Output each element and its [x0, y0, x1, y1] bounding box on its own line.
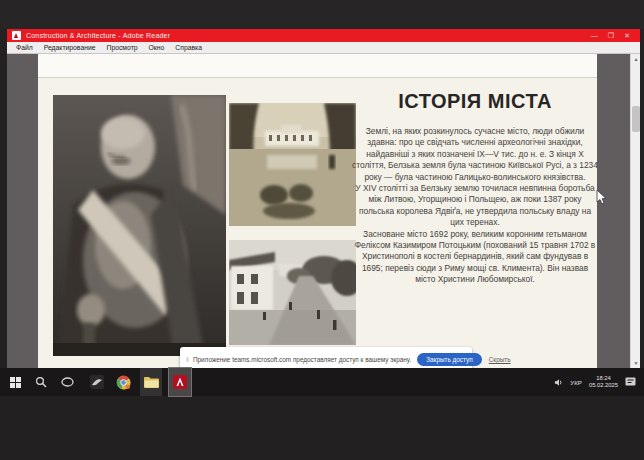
chrome-button[interactable] [112, 368, 134, 396]
drag-handle-icon[interactable]: ‖ [186, 356, 189, 363]
volume-icon[interactable] [554, 378, 563, 387]
menu-help[interactable]: Справка [175, 44, 202, 51]
scroll-down-arrow-icon[interactable]: ▼ [631, 358, 641, 368]
close-button[interactable]: ✕ [624, 29, 630, 42]
notification-message: Приложение teams.microsoft.com предостав… [193, 356, 411, 363]
clock-date: 05.02.2025 [589, 382, 618, 389]
clock[interactable]: 18:24 05.02.2025 [589, 375, 618, 389]
system-tray: УКР 18:24 05.02.2025 [554, 375, 644, 389]
windows-logo-icon [10, 377, 21, 388]
adobe-reader-icon [12, 31, 21, 40]
palace-reflection-photo [229, 103, 356, 226]
file-explorer-button[interactable] [140, 368, 162, 396]
action-center-icon[interactable] [625, 377, 636, 387]
street-scene-photo [229, 240, 356, 345]
stop-sharing-button[interactable]: Закрыть доступ [417, 353, 482, 366]
search-icon [35, 376, 47, 388]
start-button[interactable] [4, 368, 26, 396]
portrait-painting [53, 95, 226, 356]
letterbox-bottom [0, 396, 644, 460]
app-icon [90, 375, 104, 389]
task-view-button[interactable] [56, 368, 78, 396]
clock-time: 18:24 [589, 375, 618, 382]
adobe-reader-taskbar-button[interactable] [169, 368, 191, 396]
slide-paragraph-2: У XIV столітті за Белзьку землю точилася… [352, 183, 598, 229]
window-title: Construction & Architecture - Adobe Read… [26, 32, 170, 39]
vertical-scrollbar[interactable]: ▲ ▼ [630, 54, 640, 368]
slide-body-text: Землі, на яких розкинулось сучасне місто… [352, 126, 598, 286]
language-indicator[interactable]: УКР [570, 379, 582, 386]
slide-paragraph-3: Засноване місто 1692 року, великим корон… [352, 229, 598, 286]
slide-paragraph-1: Землі, на яких розкинулось сучасне місто… [352, 126, 598, 183]
slide-title: ІСТОРІЯ МІСТА [355, 90, 595, 113]
menu-view[interactable]: Просмотр [107, 44, 138, 51]
letterbox-top [0, 0, 644, 29]
menu-edit[interactable]: Редактирование [44, 44, 96, 51]
chrome-icon [116, 375, 131, 390]
minimize-button[interactable]: — [591, 29, 598, 42]
menu-window[interactable]: Окно [149, 44, 165, 51]
scrollbar-thumb[interactable] [632, 106, 640, 132]
window-titlebar: Construction & Architecture - Adobe Read… [7, 29, 640, 42]
taskbar: УКР 18:24 05.02.2025 [0, 368, 644, 396]
mouse-cursor [596, 190, 607, 209]
scroll-up-arrow-icon[interactable]: ▲ [631, 54, 641, 64]
file-explorer-icon [144, 376, 159, 388]
pinned-app-button[interactable] [86, 368, 108, 396]
hide-notification-link[interactable]: Скрыть [489, 356, 511, 363]
previous-page-edge [38, 54, 597, 78]
adobe-reader-icon [173, 375, 187, 389]
menu-file[interactable]: Файл [16, 44, 33, 51]
shared-screen: Construction & Architecture - Adobe Read… [0, 0, 644, 460]
search-button[interactable] [30, 368, 52, 396]
maximize-button[interactable]: ❐ [608, 29, 614, 42]
menu-bar: Файл Редактирование Просмотр Окно Справк… [7, 42, 640, 54]
task-view-icon [61, 377, 74, 387]
